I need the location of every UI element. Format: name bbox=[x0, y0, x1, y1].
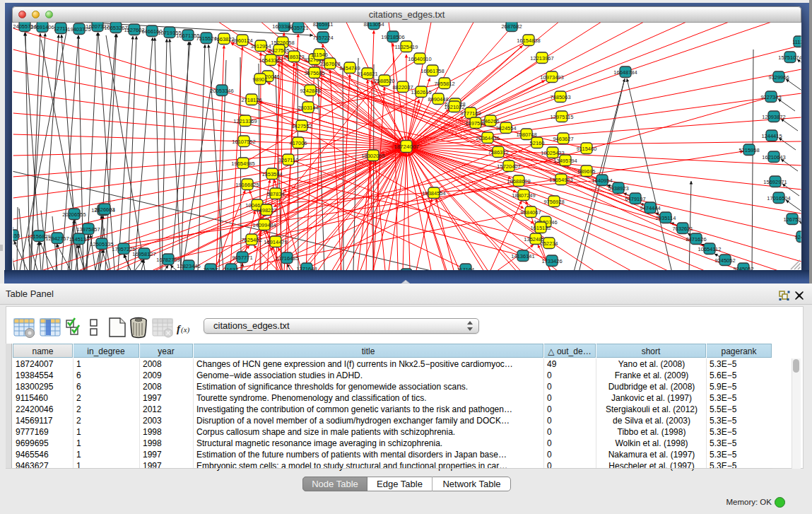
svg-text:12093872: 12093872 bbox=[762, 114, 785, 120]
svg-text:587834: 587834 bbox=[266, 191, 284, 197]
svg-text:20364436: 20364436 bbox=[476, 135, 499, 141]
svg-text:12213369: 12213369 bbox=[233, 118, 257, 124]
svg-text:19166825: 19166825 bbox=[235, 182, 259, 188]
svg-text:689695: 689695 bbox=[577, 168, 595, 175]
svg-text:1615132: 1615132 bbox=[530, 225, 551, 231]
svg-text:3824554: 3824554 bbox=[495, 125, 516, 132]
svg-text:(x): (x) bbox=[181, 325, 190, 334]
svg-text:2588520: 2588520 bbox=[374, 78, 394, 84]
svg-text:16648784: 16648784 bbox=[613, 69, 637, 76]
svg-text:10973493: 10973493 bbox=[540, 74, 563, 81]
svg-text:20053346: 20053346 bbox=[210, 88, 233, 94]
svg-text:18302095: 18302095 bbox=[361, 153, 384, 159]
svg-text:39155: 39155 bbox=[6, 233, 20, 239]
svg-text:3912954: 3912954 bbox=[250, 43, 271, 49]
svg-text:16640910: 16640910 bbox=[408, 56, 431, 62]
svg-text:7386372: 7386372 bbox=[488, 149, 508, 156]
svg-text:12213967: 12213967 bbox=[530, 55, 553, 62]
svg-text:7357224: 7357224 bbox=[312, 35, 333, 41]
svg-text:126753: 126753 bbox=[783, 216, 801, 223]
svg-text:20691406: 20691406 bbox=[30, 24, 54, 30]
svg-text:18724007: 18724007 bbox=[394, 144, 419, 150]
svg-text:3675685: 3675685 bbox=[304, 70, 324, 76]
svg-text:19218506: 19218506 bbox=[381, 34, 404, 40]
svg-text:92450: 92450 bbox=[795, 234, 810, 240]
svg-text:16958127: 16958127 bbox=[132, 251, 155, 257]
svg-text:1145134: 1145134 bbox=[69, 236, 90, 243]
svg-text:2803144: 2803144 bbox=[298, 105, 318, 111]
svg-text:2367608: 2367608 bbox=[319, 61, 340, 67]
svg-text:12975115: 12975115 bbox=[551, 114, 574, 120]
svg-text:2826603: 2826603 bbox=[94, 206, 114, 213]
svg-text:1362615: 1362615 bbox=[411, 89, 431, 95]
svg-text:12711: 12711 bbox=[54, 25, 68, 32]
svg-text:10688609: 10688609 bbox=[507, 178, 530, 185]
svg-text:9115460: 9115460 bbox=[577, 146, 597, 152]
svg-text:7663822: 7663822 bbox=[213, 36, 234, 42]
svg-text:8960124: 8960124 bbox=[232, 37, 252, 44]
svg-text:18807249: 18807249 bbox=[512, 192, 535, 199]
svg-text:111546: 111546 bbox=[311, 52, 328, 58]
svg-text:8265911: 8265911 bbox=[313, 21, 334, 28]
svg-text:3267110: 3267110 bbox=[278, 157, 299, 163]
svg-text:16914479: 16914479 bbox=[264, 239, 287, 245]
svg-text:16961758: 16961758 bbox=[420, 68, 444, 74]
svg-text:1353594: 1353594 bbox=[261, 171, 282, 177]
svg-text:12942757: 12942757 bbox=[45, 235, 69, 242]
svg-text:9327505: 9327505 bbox=[269, 47, 289, 54]
svg-text:9474444: 9474444 bbox=[640, 205, 660, 211]
svg-text:1498222: 1498222 bbox=[256, 207, 276, 214]
svg-text:12505135: 12505135 bbox=[90, 241, 113, 247]
svg-text:5215958: 5215958 bbox=[739, 147, 759, 153]
svg-text:16154838: 16154838 bbox=[517, 37, 540, 44]
svg-text:16107552: 16107552 bbox=[232, 139, 255, 145]
svg-text:13654923: 13654923 bbox=[549, 177, 572, 183]
svg-text:19384554: 19384554 bbox=[422, 190, 445, 197]
svg-text:5938923: 5938923 bbox=[608, 185, 628, 192]
svg-text:1244415: 1244415 bbox=[761, 133, 782, 139]
svg-text:16782759: 16782759 bbox=[156, 257, 180, 263]
svg-text:9146821: 9146821 bbox=[357, 71, 377, 77]
svg-text:9329966: 9329966 bbox=[768, 74, 789, 81]
svg-text:12823446: 12823446 bbox=[177, 263, 200, 269]
svg-text:1733426: 1733426 bbox=[541, 258, 562, 264]
svg-text:7625402: 7625402 bbox=[241, 237, 261, 243]
svg-text:15692971: 15692971 bbox=[763, 179, 787, 185]
svg-text:417006: 417006 bbox=[289, 140, 307, 146]
svg-text:252234: 252234 bbox=[540, 240, 558, 247]
svg-text:8186323: 8186323 bbox=[283, 54, 304, 60]
svg-text:11325419: 11325419 bbox=[395, 44, 418, 50]
svg-text:13716485: 13716485 bbox=[275, 255, 298, 262]
svg-text:13495794: 13495794 bbox=[553, 158, 577, 164]
svg-text:746266: 746266 bbox=[481, 118, 499, 124]
svg-text:9384067: 9384067 bbox=[520, 209, 541, 216]
svg-text:2718126: 2718126 bbox=[241, 97, 261, 103]
svg-text:13975857: 13975857 bbox=[76, 226, 100, 233]
svg-text:9635721: 9635721 bbox=[288, 25, 308, 31]
svg-text:2935114: 2935114 bbox=[656, 215, 676, 221]
svg-text:835061: 835061 bbox=[0, 226, 15, 232]
svg-text:11123: 11123 bbox=[792, 39, 806, 45]
svg-text:9242848: 9242848 bbox=[300, 88, 320, 94]
svg-text:8471626: 8471626 bbox=[686, 236, 706, 243]
svg-text:14136141: 14136141 bbox=[511, 253, 534, 259]
svg-text:9777169: 9777169 bbox=[460, 110, 481, 117]
svg-text:7632621: 7632621 bbox=[672, 226, 693, 232]
svg-text:20206555: 20206555 bbox=[62, 211, 86, 218]
svg-text:6479197: 6479197 bbox=[625, 196, 645, 202]
svg-text:9227343: 9227343 bbox=[760, 94, 781, 100]
svg-text:1621022: 1621022 bbox=[444, 104, 464, 110]
svg-text:16543362: 16543362 bbox=[259, 57, 282, 64]
svg-text:8822037: 8822037 bbox=[392, 84, 413, 90]
svg-text:98901: 98901 bbox=[253, 76, 268, 83]
svg-text:17016504: 17016504 bbox=[767, 195, 790, 201]
svg-text:1640954: 1640954 bbox=[592, 177, 612, 184]
svg-text:15751074: 15751074 bbox=[778, 54, 801, 61]
svg-text:52160: 52160 bbox=[530, 140, 545, 146]
svg-text:7955812: 7955812 bbox=[434, 81, 454, 87]
svg-text:8427552: 8427552 bbox=[291, 123, 312, 129]
svg-text:9463627: 9463627 bbox=[553, 136, 573, 142]
svg-text:7485063: 7485063 bbox=[550, 94, 570, 100]
svg-text:9245052: 9245052 bbox=[714, 257, 735, 264]
svg-text:14099484: 14099484 bbox=[252, 222, 276, 228]
